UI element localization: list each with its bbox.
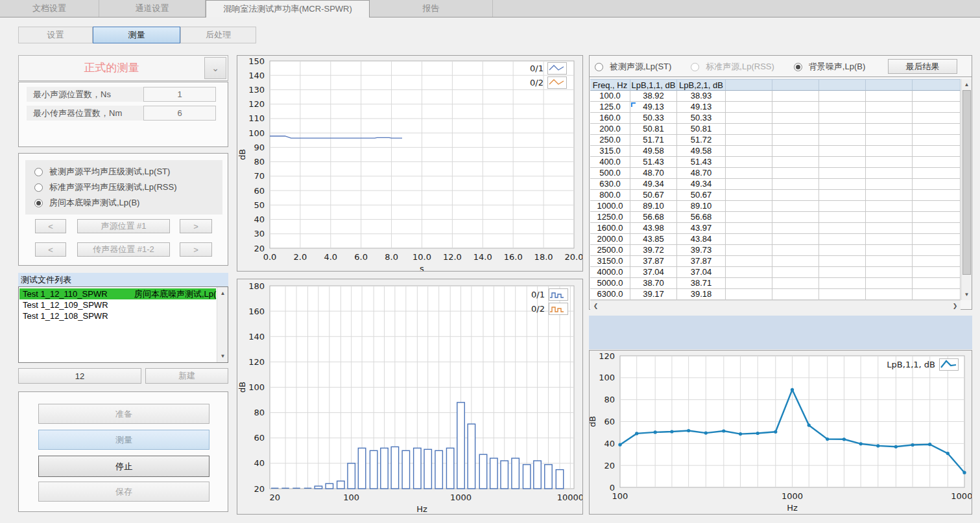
table-cell[interactable] [819, 201, 866, 212]
table-row[interactable]: 250.051.7151.72 [590, 135, 961, 146]
table-header-cell[interactable] [772, 79, 819, 91]
radio-option[interactable]: 房间本底噪声测试,Lp(B) [34, 195, 222, 211]
table-row[interactable]: 1250.056.6856.68 [590, 212, 961, 223]
table-cell[interactable]: 37.04 [630, 267, 677, 278]
table-cell[interactable] [819, 179, 866, 190]
table-cell[interactable] [726, 267, 772, 278]
table-cell[interactable]: 48.70 [677, 168, 726, 179]
radio-option[interactable]: 标准声源,Lp(RSS) [691, 59, 774, 75]
table-cell[interactable] [819, 102, 866, 113]
table-cell[interactable] [772, 223, 819, 234]
table-cell[interactable] [726, 168, 772, 179]
tab-report[interactable]: 报告 [370, 0, 493, 17]
table-cell[interactable]: 49.34 [630, 179, 677, 190]
table-cell[interactable] [819, 124, 866, 135]
table-cell[interactable]: 1600.0 [590, 223, 630, 234]
table-cell[interactable] [726, 223, 772, 234]
table-row[interactable]: 125.049.1349.13 [590, 102, 961, 113]
table-cell[interactable] [913, 179, 961, 190]
min-source-positions-field[interactable]: 1 [143, 87, 216, 102]
legend-item[interactable]: 0/1 [530, 62, 567, 75]
table-cell[interactable] [772, 234, 819, 245]
stop-button[interactable]: 停止 [38, 456, 209, 477]
radio-button-icon[interactable] [34, 199, 43, 207]
table-cell[interactable] [726, 212, 772, 223]
table-cell[interactable] [866, 190, 913, 201]
radio-button-icon[interactable] [794, 63, 802, 71]
table-cell[interactable] [913, 190, 961, 201]
mic-position-next-button[interactable]: > [180, 242, 212, 257]
legend-item[interactable]: LpB,1,1, dB [887, 358, 959, 371]
table-cell[interactable]: 37.87 [677, 256, 726, 267]
legend-item[interactable]: 0/1 [531, 288, 568, 301]
table-header-cell[interactable]: Freq., Hz [590, 79, 630, 91]
file-list-item[interactable]: Test 1_12_110_SPWR房间本底噪声测试,Lp(B) [19, 288, 216, 299]
table-cell[interactable] [913, 289, 961, 300]
table-cell[interactable] [866, 91, 913, 102]
table-cell[interactable]: 49.13 [630, 102, 677, 113]
table-cell[interactable] [726, 256, 772, 267]
table-cell[interactable] [913, 234, 961, 245]
save-button[interactable]: 保存 [38, 482, 209, 502]
table-cell[interactable]: 38.71 [677, 278, 726, 289]
table-cell[interactable]: 43.98 [630, 223, 677, 234]
table-cell[interactable]: 51.71 [630, 135, 677, 146]
table-cell[interactable]: 39.17 [630, 289, 677, 300]
table-cell[interactable]: 49.58 [630, 146, 677, 157]
table-cell[interactable]: 43.85 [630, 234, 677, 245]
min-mic-positions-field[interactable]: 6 [143, 106, 216, 121]
table-cell[interactable] [726, 157, 772, 168]
table-cell[interactable] [819, 267, 866, 278]
table-cell[interactable]: 200.0 [590, 124, 630, 135]
table-header-cell[interactable] [819, 79, 866, 91]
table-cell[interactable] [819, 223, 866, 234]
table-cell[interactable]: 43.84 [677, 234, 726, 245]
table-cell[interactable] [913, 212, 961, 223]
radio-option[interactable]: 被测声源平均声压级测试,Lp(ST) [34, 164, 222, 180]
file-list-item[interactable]: Test 1_12_109_SPWR [19, 299, 216, 310]
table-cell[interactable] [819, 146, 866, 157]
table-cell[interactable] [772, 212, 819, 223]
table-cell[interactable]: 3150.0 [590, 256, 630, 267]
tab-channel-settings[interactable]: 通道设置 [99, 0, 206, 17]
table-cell[interactable] [819, 212, 866, 223]
table-cell[interactable] [726, 124, 772, 135]
radio-option[interactable]: 被测声源,Lp(ST) [595, 59, 671, 75]
table-cell[interactable] [772, 179, 819, 190]
table-cell[interactable] [866, 234, 913, 245]
file-list-item[interactable]: Test 1_12_108_SPWR [19, 310, 216, 321]
table-cell[interactable]: 49.58 [677, 146, 726, 157]
table-row[interactable]: 315.049.5849.58 [590, 146, 961, 157]
table-cell[interactable]: 49.34 [677, 179, 726, 190]
table-cell[interactable]: 38.93 [677, 91, 726, 102]
table-cell[interactable] [913, 223, 961, 234]
table-cell[interactable]: 37.87 [630, 256, 677, 267]
table-cell[interactable] [726, 113, 772, 124]
subtab-measure[interactable]: 测量 [93, 27, 180, 43]
table-cell[interactable] [726, 190, 772, 201]
radio-button-icon[interactable] [34, 183, 43, 192]
table-cell[interactable] [819, 157, 866, 168]
table-cell[interactable] [772, 157, 819, 168]
table-cell[interactable] [772, 102, 819, 113]
source-position-prev-button[interactable]: < [35, 219, 66, 233]
table-cell[interactable]: 39.72 [630, 245, 677, 256]
table-cell[interactable] [866, 201, 913, 212]
table-vscrollbar[interactable]: ▲ ▼ [961, 79, 972, 300]
table-row[interactable]: 5000.038.7038.71 [590, 278, 961, 289]
table-cell[interactable] [772, 168, 819, 179]
table-cell[interactable] [819, 190, 866, 201]
table-cell[interactable]: 500.0 [590, 168, 630, 179]
table-cell[interactable] [866, 179, 913, 190]
table-cell[interactable]: 1250.0 [590, 212, 630, 223]
table-header-cell[interactable] [726, 79, 772, 91]
subtab-postprocess[interactable]: 后处理 [180, 27, 256, 43]
table-cell[interactable]: 56.68 [677, 212, 726, 223]
table-row[interactable]: 800.050.6750.67 [590, 190, 961, 201]
table-cell[interactable]: 38.92 [630, 91, 677, 102]
table-cell[interactable]: 800.0 [590, 190, 630, 201]
table-cell[interactable] [866, 168, 913, 179]
table-cell[interactable]: 4000.0 [590, 267, 630, 278]
legend-item[interactable]: 0/2 [530, 76, 567, 89]
table-cell[interactable]: 51.43 [677, 157, 726, 168]
